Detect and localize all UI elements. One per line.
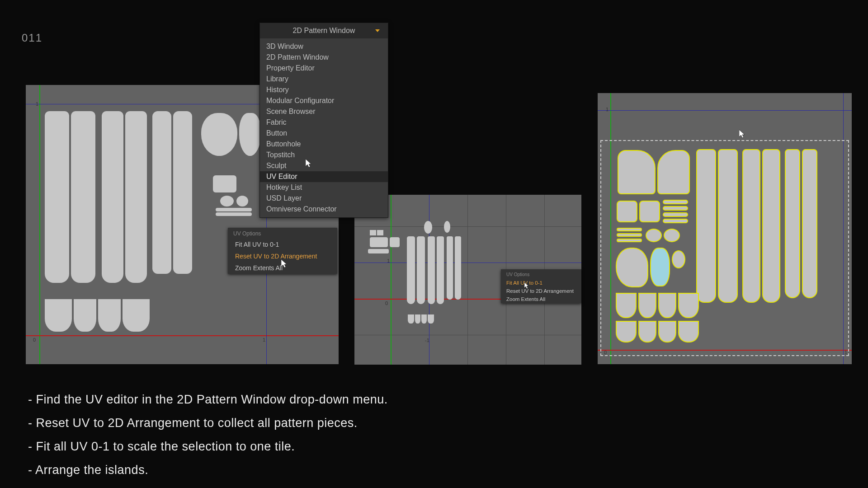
pattern-piece[interactable] (742, 149, 760, 303)
dropdown-list: 3D Window 2D Pattern Window Property Edi… (260, 38, 388, 217)
ctx-item-fit-mid[interactable]: Fit All UV to 0-1 (501, 279, 581, 287)
pattern-piece[interactable] (650, 248, 670, 286)
pattern-piece[interactable] (638, 293, 656, 318)
pattern-piece[interactable] (658, 293, 676, 318)
tick-0-mid: 0 (385, 300, 388, 306)
instruction-line: - Find the UV editor in the 2D Pattern W… (28, 388, 388, 411)
page-number: 011 (22, 32, 42, 44)
tick-0: 0 (33, 337, 36, 343)
chevron-down-icon (375, 29, 380, 32)
ctx-item-reset-mid[interactable]: Reset UV to 2D Arrangement (501, 287, 581, 295)
pattern-piece[interactable] (696, 149, 716, 303)
dd-item-usd-layer[interactable]: USD Layer (260, 193, 388, 204)
tick-1-r: 1 (606, 107, 609, 112)
dd-item-omniverse[interactable]: Omniverse Connector (260, 204, 388, 215)
pattern-piece[interactable] (658, 321, 676, 343)
dd-item-sculpt[interactable]: Sculpt (260, 160, 388, 171)
tick-1: 1 (36, 101, 38, 107)
dd-item-library[interactable]: Library (260, 74, 388, 84)
tick-1-mid: 1 (387, 258, 390, 263)
pattern-piece[interactable] (617, 239, 642, 242)
pattern-piece[interactable] (663, 206, 688, 211)
pattern-piece[interactable] (616, 293, 637, 318)
dd-item-3d-window[interactable]: 3D Window (260, 41, 388, 52)
dd-item-property-editor[interactable]: Property Editor (260, 63, 388, 74)
instruction-line: - Reset UV to 2D Arrangement to collect … (28, 411, 388, 435)
pattern-piece[interactable] (664, 229, 680, 242)
pattern-piece[interactable] (678, 321, 699, 343)
dd-item-scene-browser[interactable]: Scene Browser (260, 106, 388, 117)
pattern-piece[interactable] (616, 321, 637, 343)
dropdown-title: 2D Pattern Window (293, 27, 355, 35)
pattern-piece[interactable] (785, 149, 800, 298)
dd-item-modular-configurator[interactable]: Modular Configurator (260, 95, 388, 106)
dd-item-button[interactable]: Button (260, 128, 388, 139)
pattern-piece[interactable] (617, 201, 637, 222)
pattern-piece[interactable] (672, 250, 685, 268)
pattern-piece[interactable] (718, 149, 738, 303)
uv-panel-right: 0 1 1 (598, 93, 852, 364)
pattern-piece[interactable] (639, 201, 660, 222)
pattern-piece[interactable] (663, 200, 688, 204)
pattern-piece[interactable] (638, 321, 656, 343)
dd-item-topstitch[interactable]: Topstitch (260, 150, 388, 160)
pattern-piece[interactable] (618, 150, 656, 194)
instruction-line: - Arrange the islands. (28, 458, 388, 482)
ctx-title-mid: UV Options (501, 269, 581, 279)
pattern-piece[interactable] (617, 228, 642, 231)
ctx-item-zoom-mid[interactable]: Zoom Extents All (501, 295, 581, 303)
dd-item-hotkey-list[interactable]: Hotkey List (260, 182, 388, 193)
instructions-block: - Find the UV editor in the 2D Pattern W… (28, 388, 388, 482)
window-dropdown[interactable]: 2D Pattern Window 3D Window 2D Pattern W… (259, 23, 388, 218)
dropdown-header[interactable]: 2D Pattern Window (260, 23, 388, 38)
pattern-piece[interactable] (663, 212, 688, 217)
pattern-piece[interactable] (802, 149, 817, 298)
pattern-piece[interactable] (616, 248, 648, 287)
tick-m1-mid: -1 (425, 338, 429, 343)
dd-item-2d-pattern[interactable]: 2D Pattern Window (260, 52, 388, 63)
pattern-piece[interactable] (678, 293, 699, 318)
ctx-title: UV Options (228, 228, 337, 239)
pattern-piece[interactable] (663, 219, 688, 223)
dd-item-fabric[interactable]: Fabric (260, 117, 388, 128)
pattern-piece[interactable] (762, 149, 780, 303)
tick-1b: 1 (263, 337, 265, 343)
ctx-item-fit[interactable]: Fit All UV to 0-1 (228, 239, 337, 250)
dd-item-buttonhole[interactable]: Buttonhole (260, 139, 388, 150)
uv-options-menu-mid[interactable]: UV Options Fit All UV to 0-1 Reset UV to… (501, 269, 581, 303)
instruction-line: - Fit all UV 0-1 to scale the selection … (28, 435, 388, 458)
pattern-piece[interactable] (657, 150, 690, 194)
pattern-piece[interactable] (617, 233, 642, 237)
dd-item-uv-editor[interactable]: UV Editor (260, 171, 388, 182)
pattern-piece[interactable] (646, 229, 662, 242)
dd-item-history[interactable]: History (260, 84, 388, 95)
